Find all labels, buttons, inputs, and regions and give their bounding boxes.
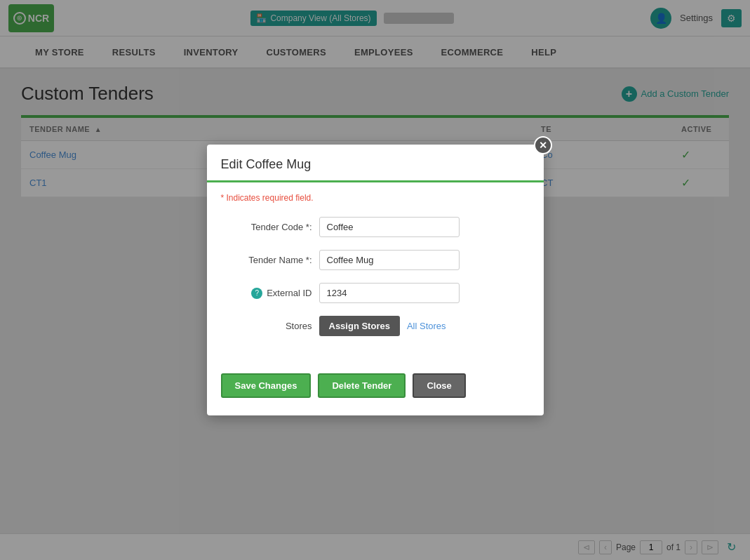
external-id-label-wrap: ? External ID [221, 288, 312, 299]
modal-footer: Save Changes Delete Tender Close [207, 363, 544, 415]
stores-label: Stores [221, 321, 312, 331]
modal-title: Edit Coffee Mug [221, 157, 530, 172]
modal-overlay: Edit Coffee Mug ✕ * Indicates required f… [0, 0, 750, 560]
modal-close-button[interactable]: ✕ [534, 136, 552, 154]
tender-code-input[interactable] [319, 217, 460, 237]
edit-modal: Edit Coffee Mug ✕ * Indicates required f… [207, 145, 544, 415]
tender-name-input[interactable] [319, 250, 460, 270]
tender-code-label: Tender Code *: [221, 222, 312, 232]
tender-code-row: Tender Code *: [221, 217, 530, 237]
modal-header: Edit Coffee Mug ✕ [207, 145, 544, 182]
tender-name-row: Tender Name *: [221, 250, 530, 270]
stores-row: Stores Assign Stores All Stores [221, 316, 530, 336]
help-icon[interactable]: ? [251, 288, 262, 299]
all-stores-link[interactable]: All Stores [407, 321, 446, 331]
assign-stores-button[interactable]: Assign Stores [319, 316, 400, 336]
modal-body: * Indicates required field. Tender Code … [207, 182, 544, 363]
tender-name-label: Tender Name *: [221, 255, 312, 265]
save-changes-button[interactable]: Save Changes [221, 373, 312, 398]
delete-tender-button[interactable]: Delete Tender [318, 373, 406, 398]
external-id-input[interactable] [319, 283, 460, 303]
required-note: * Indicates required field. [221, 193, 530, 203]
external-id-row: ? External ID [221, 283, 530, 303]
stores-controls: Assign Stores All Stores [319, 316, 446, 336]
external-id-label: External ID [267, 288, 312, 298]
close-button[interactable]: Close [413, 373, 465, 398]
